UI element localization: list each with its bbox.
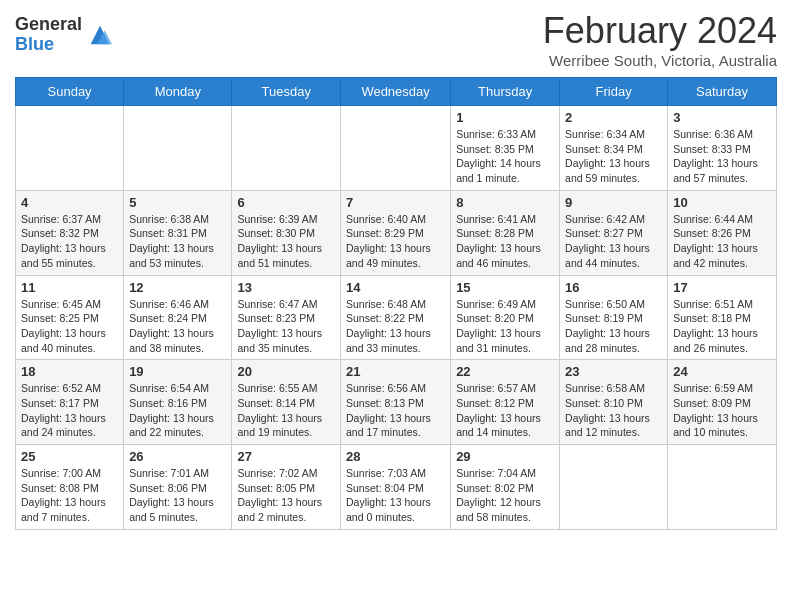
day-number: 9: [565, 195, 662, 210]
day-info: Sunrise: 6:33 AM Sunset: 8:35 PM Dayligh…: [456, 127, 554, 186]
day-info: Sunrise: 6:49 AM Sunset: 8:20 PM Dayligh…: [456, 297, 554, 356]
day-number: 25: [21, 449, 118, 464]
calendar-cell: 4Sunrise: 6:37 AM Sunset: 8:32 PM Daylig…: [16, 190, 124, 275]
calendar-header: SundayMondayTuesdayWednesdayThursdayFrid…: [16, 78, 777, 106]
day-info: Sunrise: 6:38 AM Sunset: 8:31 PM Dayligh…: [129, 212, 226, 271]
day-info: Sunrise: 7:02 AM Sunset: 8:05 PM Dayligh…: [237, 466, 335, 525]
calendar-cell: 20Sunrise: 6:55 AM Sunset: 8:14 PM Dayli…: [232, 360, 341, 445]
title-area: February 2024 Werribee South, Victoria, …: [543, 10, 777, 69]
calendar-cell: 11Sunrise: 6:45 AM Sunset: 8:25 PM Dayli…: [16, 275, 124, 360]
day-number: 1: [456, 110, 554, 125]
calendar-cell: [232, 106, 341, 191]
calendar-cell: 19Sunrise: 6:54 AM Sunset: 8:16 PM Dayli…: [124, 360, 232, 445]
month-year-title: February 2024: [543, 10, 777, 52]
day-info: Sunrise: 7:01 AM Sunset: 8:06 PM Dayligh…: [129, 466, 226, 525]
weekday-header-friday: Friday: [560, 78, 668, 106]
day-number: 3: [673, 110, 771, 125]
calendar-cell: 17Sunrise: 6:51 AM Sunset: 8:18 PM Dayli…: [668, 275, 777, 360]
header: General Blue February 2024 Werribee Sout…: [15, 10, 777, 69]
calendar-cell: 21Sunrise: 6:56 AM Sunset: 8:13 PM Dayli…: [341, 360, 451, 445]
day-number: 8: [456, 195, 554, 210]
day-info: Sunrise: 6:55 AM Sunset: 8:14 PM Dayligh…: [237, 381, 335, 440]
day-number: 16: [565, 280, 662, 295]
day-info: Sunrise: 7:03 AM Sunset: 8:04 PM Dayligh…: [346, 466, 445, 525]
day-number: 4: [21, 195, 118, 210]
weekday-header-wednesday: Wednesday: [341, 78, 451, 106]
day-info: Sunrise: 7:04 AM Sunset: 8:02 PM Dayligh…: [456, 466, 554, 525]
calendar-cell: 29Sunrise: 7:04 AM Sunset: 8:02 PM Dayli…: [451, 445, 560, 530]
day-number: 13: [237, 280, 335, 295]
day-number: 11: [21, 280, 118, 295]
calendar-cell: 14Sunrise: 6:48 AM Sunset: 8:22 PM Dayli…: [341, 275, 451, 360]
day-number: 24: [673, 364, 771, 379]
day-info: Sunrise: 6:42 AM Sunset: 8:27 PM Dayligh…: [565, 212, 662, 271]
day-info: Sunrise: 6:44 AM Sunset: 8:26 PM Dayligh…: [673, 212, 771, 271]
day-info: Sunrise: 6:40 AM Sunset: 8:29 PM Dayligh…: [346, 212, 445, 271]
day-info: Sunrise: 6:36 AM Sunset: 8:33 PM Dayligh…: [673, 127, 771, 186]
calendar-cell: 9Sunrise: 6:42 AM Sunset: 8:27 PM Daylig…: [560, 190, 668, 275]
calendar-cell: 16Sunrise: 6:50 AM Sunset: 8:19 PM Dayli…: [560, 275, 668, 360]
weekday-header-saturday: Saturday: [668, 78, 777, 106]
day-info: Sunrise: 6:39 AM Sunset: 8:30 PM Dayligh…: [237, 212, 335, 271]
day-info: Sunrise: 6:45 AM Sunset: 8:25 PM Dayligh…: [21, 297, 118, 356]
day-number: 15: [456, 280, 554, 295]
day-number: 27: [237, 449, 335, 464]
calendar-cell: 8Sunrise: 6:41 AM Sunset: 8:28 PM Daylig…: [451, 190, 560, 275]
day-info: Sunrise: 6:34 AM Sunset: 8:34 PM Dayligh…: [565, 127, 662, 186]
day-number: 18: [21, 364, 118, 379]
weekday-header-thursday: Thursday: [451, 78, 560, 106]
day-info: Sunrise: 6:59 AM Sunset: 8:09 PM Dayligh…: [673, 381, 771, 440]
day-number: 29: [456, 449, 554, 464]
calendar-cell: 7Sunrise: 6:40 AM Sunset: 8:29 PM Daylig…: [341, 190, 451, 275]
day-info: Sunrise: 6:56 AM Sunset: 8:13 PM Dayligh…: [346, 381, 445, 440]
day-number: 12: [129, 280, 226, 295]
day-number: 23: [565, 364, 662, 379]
calendar-cell: [668, 445, 777, 530]
logo: General Blue: [15, 15, 114, 55]
calendar-week-row: 11Sunrise: 6:45 AM Sunset: 8:25 PM Dayli…: [16, 275, 777, 360]
calendar-cell: 18Sunrise: 6:52 AM Sunset: 8:17 PM Dayli…: [16, 360, 124, 445]
day-number: 6: [237, 195, 335, 210]
day-number: 21: [346, 364, 445, 379]
calendar-cell: 25Sunrise: 7:00 AM Sunset: 8:08 PM Dayli…: [16, 445, 124, 530]
calendar-cell: 13Sunrise: 6:47 AM Sunset: 8:23 PM Dayli…: [232, 275, 341, 360]
calendar-cell: [341, 106, 451, 191]
calendar-cell: 15Sunrise: 6:49 AM Sunset: 8:20 PM Dayli…: [451, 275, 560, 360]
weekday-header-sunday: Sunday: [16, 78, 124, 106]
calendar-cell: [124, 106, 232, 191]
day-number: 26: [129, 449, 226, 464]
calendar-cell: 12Sunrise: 6:46 AM Sunset: 8:24 PM Dayli…: [124, 275, 232, 360]
day-info: Sunrise: 6:58 AM Sunset: 8:10 PM Dayligh…: [565, 381, 662, 440]
calendar-cell: 10Sunrise: 6:44 AM Sunset: 8:26 PM Dayli…: [668, 190, 777, 275]
logo-blue-text: Blue: [15, 35, 82, 55]
day-number: 14: [346, 280, 445, 295]
calendar-table: SundayMondayTuesdayWednesdayThursdayFrid…: [15, 77, 777, 530]
calendar-cell: 24Sunrise: 6:59 AM Sunset: 8:09 PM Dayli…: [668, 360, 777, 445]
logo-icon: [86, 21, 114, 49]
calendar-cell: 3Sunrise: 6:36 AM Sunset: 8:33 PM Daylig…: [668, 106, 777, 191]
day-number: 28: [346, 449, 445, 464]
day-number: 2: [565, 110, 662, 125]
calendar-body: 1Sunrise: 6:33 AM Sunset: 8:35 PM Daylig…: [16, 106, 777, 530]
day-info: Sunrise: 6:47 AM Sunset: 8:23 PM Dayligh…: [237, 297, 335, 356]
weekday-header-tuesday: Tuesday: [232, 78, 341, 106]
day-number: 10: [673, 195, 771, 210]
calendar-cell: 23Sunrise: 6:58 AM Sunset: 8:10 PM Dayli…: [560, 360, 668, 445]
calendar-cell: 27Sunrise: 7:02 AM Sunset: 8:05 PM Dayli…: [232, 445, 341, 530]
calendar-cell: [16, 106, 124, 191]
day-info: Sunrise: 6:37 AM Sunset: 8:32 PM Dayligh…: [21, 212, 118, 271]
calendar-week-row: 25Sunrise: 7:00 AM Sunset: 8:08 PM Dayli…: [16, 445, 777, 530]
calendar-cell: 6Sunrise: 6:39 AM Sunset: 8:30 PM Daylig…: [232, 190, 341, 275]
day-number: 17: [673, 280, 771, 295]
day-info: Sunrise: 6:54 AM Sunset: 8:16 PM Dayligh…: [129, 381, 226, 440]
weekday-header-row: SundayMondayTuesdayWednesdayThursdayFrid…: [16, 78, 777, 106]
calendar-cell: 1Sunrise: 6:33 AM Sunset: 8:35 PM Daylig…: [451, 106, 560, 191]
day-info: Sunrise: 6:57 AM Sunset: 8:12 PM Dayligh…: [456, 381, 554, 440]
day-number: 20: [237, 364, 335, 379]
day-info: Sunrise: 6:51 AM Sunset: 8:18 PM Dayligh…: [673, 297, 771, 356]
calendar-week-row: 1Sunrise: 6:33 AM Sunset: 8:35 PM Daylig…: [16, 106, 777, 191]
day-number: 19: [129, 364, 226, 379]
logo-general-text: General: [15, 15, 82, 35]
day-info: Sunrise: 6:52 AM Sunset: 8:17 PM Dayligh…: [21, 381, 118, 440]
day-info: Sunrise: 6:41 AM Sunset: 8:28 PM Dayligh…: [456, 212, 554, 271]
